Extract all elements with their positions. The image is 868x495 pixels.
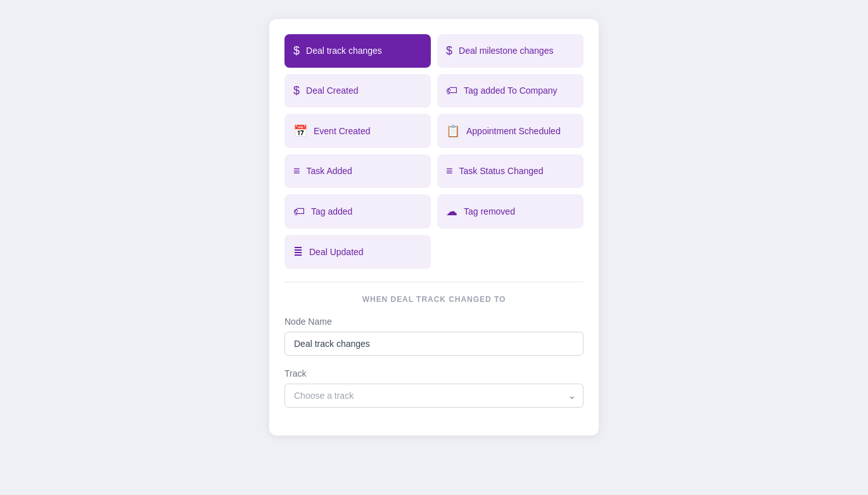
section-title: WHEN DEAL TRACK CHANGED TO (284, 295, 584, 304)
dollar-icon-3: $ (293, 84, 300, 97)
trigger-event-created[interactable]: 📅 Event Created (284, 114, 431, 148)
calendar-icon: 📅 (293, 124, 307, 138)
node-name-group: Node Name (284, 316, 584, 356)
trigger-tag-added-to-company[interactable]: 🏷 Tag added To Company (437, 74, 584, 108)
empty-cell (437, 235, 584, 269)
trigger-appointment-scheduled[interactable]: 📋 Appointment Scheduled (437, 114, 584, 148)
dollar-icon-2: $ (446, 44, 452, 58)
track-label: Track (284, 368, 584, 379)
tag-icon: 🏷 (446, 84, 457, 97)
dollar-icon: $ (293, 44, 300, 58)
trigger-label-2: Deal milestone changes (459, 45, 553, 56)
trigger-deal-updated[interactable]: ≣ Deal Updated (284, 235, 431, 269)
tag-add-icon: 🏷 (293, 205, 305, 218)
deal-updated-icon: ≣ (293, 245, 303, 259)
trigger-label-11: Deal Updated (309, 246, 364, 258)
trigger-task-added[interactable]: ≡ Task Added (284, 154, 431, 188)
task-icon: ≡ (293, 165, 300, 178)
track-select-wrapper: Choose a track Track 1 Track 2 ⌄ (284, 384, 584, 408)
node-name-label: Node Name (284, 316, 584, 327)
trigger-label-7: Task Added (307, 165, 352, 177)
section-divider (284, 282, 584, 282)
tag-remove-icon: ☁ (446, 204, 457, 218)
trigger-deal-track-changes[interactable]: $ Deal track changes (284, 34, 431, 68)
trigger-label-4: Tag added To Company (464, 85, 558, 96)
trigger-label-9: Tag added (311, 206, 352, 217)
track-group: Track Choose a track Track 1 Track 2 ⌄ (284, 368, 584, 408)
trigger-label-3: Deal Created (306, 85, 359, 96)
appointment-icon: 📋 (446, 124, 460, 138)
trigger-deal-milestone-changes[interactable]: $ Deal milestone changes (437, 34, 584, 68)
trigger-task-status-changed[interactable]: ≡ Task Status Changed (437, 154, 584, 188)
trigger-label-5: Event Created (314, 125, 371, 137)
main-panel: $ Deal track changes $ Deal milestone ch… (269, 19, 599, 435)
trigger-label: Deal track changes (306, 45, 382, 56)
trigger-tag-removed[interactable]: ☁ Tag removed (437, 194, 584, 229)
trigger-tag-added[interactable]: 🏷 Tag added (284, 194, 431, 229)
task-status-icon: ≡ (446, 165, 453, 178)
trigger-grid: $ Deal track changes $ Deal milestone ch… (284, 34, 584, 269)
trigger-label-8: Task Status Changed (459, 165, 544, 177)
trigger-label-6: Appointment Scheduled (466, 125, 561, 137)
trigger-label-10: Tag removed (464, 206, 515, 217)
trigger-deal-created[interactable]: $ Deal Created (284, 74, 431, 108)
node-name-input[interactable] (284, 332, 584, 356)
track-select[interactable]: Choose a track Track 1 Track 2 (284, 384, 584, 408)
